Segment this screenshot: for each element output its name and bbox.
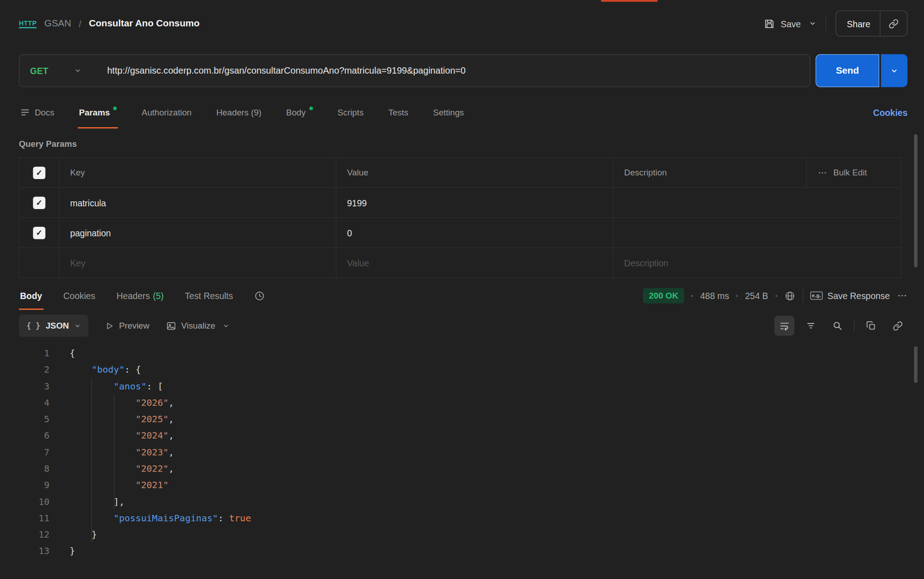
param-description-placeholder[interactable]: Description xyxy=(613,248,901,278)
tab-tests[interactable]: Tests xyxy=(387,97,409,129)
url-input[interactable] xyxy=(107,65,810,76)
response-view-actions xyxy=(774,316,908,336)
params-scrollbar[interactable] xyxy=(914,134,918,267)
format-chevron-icon xyxy=(74,323,80,329)
code-line: "2026", xyxy=(70,394,251,411)
response-tab-test-results[interactable]: Test Results xyxy=(184,281,234,309)
line-number: 7 xyxy=(0,444,50,460)
param-description[interactable] xyxy=(613,218,901,247)
param-value-placeholder[interactable]: Value xyxy=(336,248,613,278)
tab-scripts[interactable]: Scripts xyxy=(336,97,365,129)
save-button[interactable]: Save xyxy=(763,18,801,30)
status-badge[interactable]: 200 OK xyxy=(643,288,684,304)
http-protocol-icon: HTTP xyxy=(19,19,36,28)
param-key[interactable]: matricula xyxy=(59,188,336,217)
param-description[interactable] xyxy=(613,188,901,217)
param-key-placeholder[interactable]: Key xyxy=(59,248,336,278)
send-button[interactable]: Send xyxy=(816,54,879,87)
example-icon: e.g. xyxy=(810,291,823,299)
tab-label: Scripts xyxy=(337,108,363,117)
breadcrumb-collection[interactable]: GSAN xyxy=(45,18,71,29)
share-button[interactable]: Share xyxy=(836,10,908,36)
filter-button[interactable] xyxy=(801,316,821,336)
line-number: 13 xyxy=(0,543,50,559)
param-row-empty: Key Value Description xyxy=(20,247,901,277)
request-url-row: GET Send xyxy=(0,54,924,87)
active-tab-underline xyxy=(19,309,43,310)
response-more-options-icon[interactable] xyxy=(897,290,907,301)
visualize-button[interactable]: Visualize xyxy=(166,321,216,331)
column-header-key: Key xyxy=(59,158,336,187)
page-title: Consultar Ano Consumo xyxy=(89,18,199,29)
active-request-tab-indicator xyxy=(601,0,658,2)
copy-button[interactable] xyxy=(861,316,881,336)
visualize-chevron-icon[interactable] xyxy=(223,323,229,329)
save-options-chevron[interactable] xyxy=(809,20,816,27)
tab-body[interactable]: Body xyxy=(285,97,314,129)
line-number: 11 xyxy=(0,510,50,526)
tab-authorization[interactable]: Authorization xyxy=(141,97,193,129)
tab-label: Headers xyxy=(116,291,150,301)
format-selector[interactable]: { } JSON xyxy=(19,314,88,337)
send-options-chevron[interactable] xyxy=(881,54,907,87)
tab-settings[interactable]: Settings xyxy=(432,97,465,129)
tab-params[interactable]: Params xyxy=(78,97,118,129)
code-line: "2021" xyxy=(70,477,251,494)
request-header: HTTP GSAN / Consultar Ano Consumo Save S… xyxy=(0,0,924,47)
response-link-icon[interactable] xyxy=(888,316,908,336)
tab-label: Headers (9) xyxy=(216,108,261,117)
code-line: ], xyxy=(70,494,251,510)
response-tab-cookies[interactable]: Cookies xyxy=(62,281,96,309)
view-actions-divider xyxy=(854,319,854,332)
code-line: } xyxy=(70,527,251,543)
code-lines: { "body": { "anos": [ "2026", "2025", "2… xyxy=(70,345,251,559)
line-number: 10 xyxy=(0,494,50,510)
bulk-edit-button[interactable]: Bulk Edit xyxy=(806,158,901,187)
select-all-checkbox[interactable]: ✓ xyxy=(33,166,45,179)
response-tab-body[interactable]: Body xyxy=(19,281,43,309)
line-number: 2 xyxy=(0,362,50,378)
param-value[interactable]: 0 xyxy=(336,218,613,247)
image-icon xyxy=(166,321,176,331)
tab-label: Tests xyxy=(388,108,408,117)
row-checkbox[interactable]: ✓ xyxy=(33,226,45,239)
active-tab-underline xyxy=(78,127,118,129)
method-selector[interactable]: GET xyxy=(20,65,92,75)
param-key[interactable]: pagination xyxy=(59,218,336,247)
breadcrumb-separator: / xyxy=(79,19,81,29)
response-scrollbar[interactable] xyxy=(914,346,918,383)
column-header-description: Description xyxy=(613,158,806,187)
code-line: "2025", xyxy=(70,411,251,428)
tab-label: Authorization xyxy=(142,108,192,117)
response-tab-headers[interactable]: Headers (5) xyxy=(116,281,165,309)
response-history-icon[interactable] xyxy=(254,281,266,309)
response-body-viewer[interactable]: 12345678910111213 { "body": { "anos": [ … xyxy=(0,343,924,559)
param-value[interactable]: 9199 xyxy=(336,188,613,217)
tab-docs[interactable]: Docs xyxy=(19,97,55,129)
row-checkbox[interactable]: ✓ xyxy=(33,196,45,209)
row-checkbox-cell: ✓ xyxy=(20,218,59,247)
copy-link-icon[interactable] xyxy=(880,11,907,36)
breadcrumb: HTTP GSAN / Consultar Ano Consumo xyxy=(19,18,199,29)
save-response-button[interactable]: e.g. Save Response xyxy=(810,291,889,301)
meta-separator-dot xyxy=(691,295,693,297)
cookies-link[interactable]: Cookies xyxy=(873,108,908,118)
line-number: 5 xyxy=(0,411,50,428)
wrap-text-button[interactable] xyxy=(774,316,794,336)
code-line: "possuiMaisPaginas": true xyxy=(70,510,251,526)
tab-headers[interactable]: Headers (9) xyxy=(215,97,262,129)
preview-button[interactable]: Preview xyxy=(105,321,150,330)
line-number: 12 xyxy=(0,527,50,543)
tab-label: Body xyxy=(20,291,42,301)
response-size[interactable]: 254 B xyxy=(745,291,768,301)
search-button[interactable] xyxy=(827,316,847,336)
code-line: } xyxy=(70,543,251,559)
headers-count: (5) xyxy=(153,291,164,301)
format-label: JSON xyxy=(45,321,69,330)
postman-app: HTTP GSAN / Consultar Ano Consumo Save S… xyxy=(0,0,924,579)
params-header-row: ✓ Key Value Description Bulk Edit xyxy=(20,158,901,187)
share-label: Share xyxy=(847,19,870,29)
line-number-gutter: 12345678910111213 xyxy=(0,345,50,559)
response-time[interactable]: 488 ms xyxy=(700,291,729,301)
network-globe-icon[interactable] xyxy=(784,290,795,301)
